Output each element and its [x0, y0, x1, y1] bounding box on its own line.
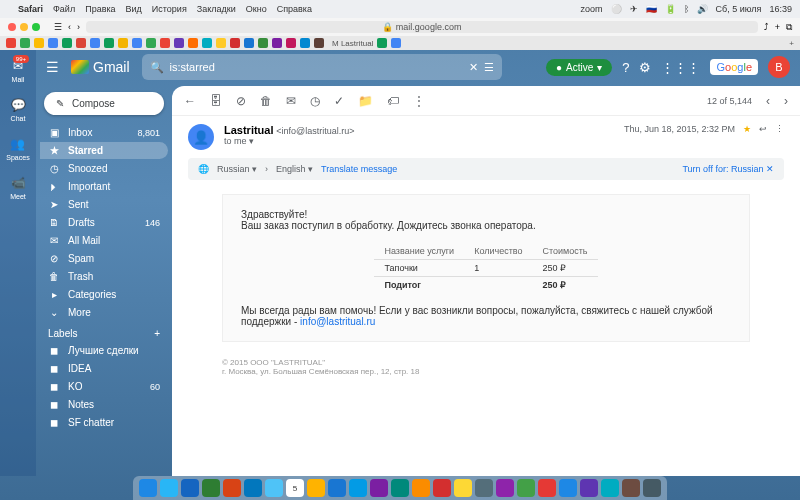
tabs-icon[interactable]: ⧉: [786, 22, 792, 33]
snooze-icon[interactable]: ◷: [310, 94, 320, 108]
sidebar-toggle-icon[interactable]: ☰: [54, 22, 62, 32]
rail-meet[interactable]: 📹 Meet: [10, 175, 26, 200]
dock-finder[interactable]: [139, 479, 157, 497]
tab-icon[interactable]: [174, 38, 184, 48]
translate-to[interactable]: English ▾: [276, 164, 313, 174]
mark-unread-icon[interactable]: ✉: [286, 94, 296, 108]
back-icon[interactable]: ‹: [68, 22, 71, 32]
address-bar[interactable]: 🔒 mail.google.com: [86, 21, 758, 33]
tab-icon[interactable]: [202, 38, 212, 48]
menu-history[interactable]: История: [152, 4, 187, 14]
next-icon[interactable]: ›: [784, 94, 788, 108]
dock-appstore[interactable]: [328, 479, 346, 497]
dock-onenote[interactable]: [370, 479, 388, 497]
reply-icon[interactable]: ↩: [759, 124, 767, 134]
translate-action[interactable]: Translate message: [321, 164, 397, 174]
dock-app[interactable]: [496, 479, 514, 497]
dock-app[interactable]: [475, 479, 493, 497]
folder-more[interactable]: ⌄More: [40, 304, 168, 321]
search-input[interactable]: [170, 61, 463, 73]
battery-icon[interactable]: 🔋: [665, 4, 676, 14]
tab-icon[interactable]: [34, 38, 44, 48]
tab-icon[interactable]: [48, 38, 58, 48]
dock-trash[interactable]: [643, 479, 661, 497]
back-icon[interactable]: ←: [184, 94, 196, 108]
tab-icon[interactable]: [272, 38, 282, 48]
tab-icon[interactable]: [104, 38, 114, 48]
label-item[interactable]: ◼SF chatter: [40, 414, 168, 431]
tab-icon[interactable]: [216, 38, 226, 48]
support-icon[interactable]: ?: [622, 60, 629, 75]
forward-icon[interactable]: ›: [77, 22, 80, 32]
rail-spaces[interactable]: 👥 Spaces: [6, 136, 29, 161]
labels-icon[interactable]: 🏷: [387, 94, 399, 108]
dock-word[interactable]: [181, 479, 199, 497]
dock-excel[interactable]: [202, 479, 220, 497]
dock-app[interactable]: [538, 479, 556, 497]
menu-file[interactable]: Файл: [53, 4, 75, 14]
dock-app[interactable]: [433, 479, 451, 497]
account-avatar[interactable]: B: [768, 56, 790, 78]
menu-edit[interactable]: Правка: [85, 4, 115, 14]
menu-icon[interactable]: ☰: [46, 59, 59, 75]
tab-icon[interactable]: [20, 38, 30, 48]
support-email-link[interactable]: info@lastritual.ru: [300, 316, 375, 327]
prev-icon[interactable]: ‹: [766, 94, 770, 108]
tab-icon[interactable]: [391, 38, 401, 48]
dock-app[interactable]: [622, 479, 640, 497]
menubar-date[interactable]: Сб, 5 июля: [716, 4, 762, 14]
label-item[interactable]: ◼IDEA: [40, 360, 168, 377]
app-name[interactable]: Safari: [18, 4, 43, 14]
tab-icon[interactable]: [6, 38, 16, 48]
dock-notes[interactable]: [307, 479, 325, 497]
dock-app[interactable]: [517, 479, 535, 497]
folder-sent[interactable]: ➤Sent: [40, 196, 168, 213]
rail-mail[interactable]: 99+ ✉ Mail: [10, 58, 26, 83]
folder-categories[interactable]: ▸Categories: [40, 286, 168, 303]
tab-icon[interactable]: [300, 38, 310, 48]
dock-outlook[interactable]: [244, 479, 262, 497]
gmail-logo[interactable]: Gmail: [71, 59, 130, 75]
dock-safari[interactable]: [349, 479, 367, 497]
folder-trash[interactable]: 🗑Trash: [40, 268, 168, 285]
dock-zoom[interactable]: [265, 479, 283, 497]
status-active[interactable]: ● Active ▾: [546, 59, 612, 76]
folder-inbox[interactable]: ▣Inbox8,801: [40, 124, 168, 141]
dock-app[interactable]: [412, 479, 430, 497]
tab-icon[interactable]: [230, 38, 240, 48]
dock-app[interactable]: [454, 479, 472, 497]
flag-icon[interactable]: 🇷🇺: [646, 4, 657, 14]
search-bar[interactable]: 🔍 ✕ ☰: [142, 54, 502, 80]
tab-icon[interactable]: [286, 38, 296, 48]
sound-icon[interactable]: 🔊: [697, 4, 708, 14]
dock-app[interactable]: [601, 479, 619, 497]
wifi-icon[interactable]: ⚪: [611, 4, 622, 14]
folder-spam[interactable]: ⊘Spam: [40, 250, 168, 267]
dock-app[interactable]: [559, 479, 577, 497]
dock-powerpoint[interactable]: [223, 479, 241, 497]
tab-icon[interactable]: [90, 38, 100, 48]
search-options-icon[interactable]: ☰: [484, 61, 494, 74]
star-icon[interactable]: ★: [743, 124, 751, 134]
tab-icon[interactable]: [314, 38, 324, 48]
add-label-icon[interactable]: +: [154, 328, 160, 339]
folder-important[interactable]: ⏵Important: [40, 178, 168, 195]
translate-from[interactable]: Russian ▾: [217, 164, 257, 174]
folder-allmail[interactable]: ✉All Mail: [40, 232, 168, 249]
dock-telegram[interactable]: [160, 479, 178, 497]
label-item[interactable]: ◼KO60: [40, 378, 168, 395]
tab-icon[interactable]: [118, 38, 128, 48]
window-close[interactable]: [8, 23, 16, 31]
tab-icon[interactable]: [377, 38, 387, 48]
new-tab-icon[interactable]: +: [775, 22, 780, 32]
translate-off[interactable]: Turn off for: Russian ✕: [682, 164, 774, 174]
folder-snoozed[interactable]: ◷Snoozed: [40, 160, 168, 177]
tab-icon[interactable]: [258, 38, 268, 48]
dock-teams[interactable]: [391, 479, 409, 497]
tab-icon[interactable]: [188, 38, 198, 48]
zoom-indicator[interactable]: zoom: [581, 4, 603, 14]
dock-calendar[interactable]: 5: [286, 479, 304, 497]
label-item[interactable]: ◼Лучшие сделки: [40, 342, 168, 359]
move-icon[interactable]: 📁: [358, 94, 373, 108]
menu-view[interactable]: Вид: [126, 4, 142, 14]
